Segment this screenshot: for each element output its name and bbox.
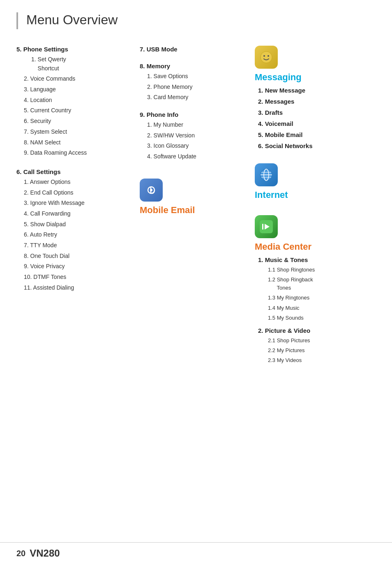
column-3: Messaging 1. New Message 2. Messages 3. … (255, 42, 370, 365)
internet-title: Internet (255, 190, 370, 200)
picture-video-section: 2. Picture & Video 2.1 Shop Pictures 2.2… (255, 327, 370, 365)
list-item: 9. Data Roaming Access (16, 148, 131, 158)
internet-icon (255, 163, 278, 186)
list-item: 7. TTY Mode (16, 240, 131, 251)
list-item: 1.3 My Ringtones (255, 293, 370, 303)
mobile-email-title: Mobile Email (140, 205, 247, 216)
list-item: 11. Assisted Dialing (16, 283, 131, 293)
media-center-icon (255, 215, 278, 238)
list-item: 1.1 Shop Ringtones (255, 265, 370, 275)
list-item: 1.5 My Sounds (255, 313, 370, 323)
email-icon-svg (144, 183, 159, 197)
messaging-title: Messaging (255, 72, 370, 83)
list-item: 3. Drafts (255, 109, 370, 116)
mobile-email-icon (140, 179, 163, 202)
list-item: 6. Security (16, 116, 131, 127)
list-item: 2.3 My Videos (255, 355, 370, 365)
section-usb-mode: 7. USB Mode (140, 42, 247, 54)
list-item: 8. One Touch Dial (16, 251, 131, 262)
list-item: 2.2 My Pictures (255, 346, 370, 355)
list-item: 3. Language (16, 84, 131, 95)
list-item: 1. My Number (140, 120, 247, 130)
list-item: 1. Answer Options (16, 177, 131, 188)
media-center-section: Media Center 1. Music & Tones 1.1 Shop R… (255, 211, 370, 365)
call-settings-header: 6. Call Settings (16, 168, 131, 175)
list-item: 1. New Message (255, 87, 370, 94)
messaging-icon (255, 46, 278, 69)
internet-icon-svg (259, 167, 274, 182)
list-item: 5. Show Dialpad (16, 219, 131, 230)
list-item: 3. Ignore With Message (16, 198, 131, 209)
messaging-icon-svg (259, 50, 274, 65)
list-item: 10. DTMF Tones (16, 272, 131, 283)
list-item: 1.4 My Music (255, 303, 370, 313)
page: Menu Overview 5. Phone Settings 1. Set Q… (0, 0, 392, 564)
usb-mode-header: 7. USB Mode (140, 46, 247, 53)
column-2: 7. USB Mode 8. Memory 1. Save Options 2.… (140, 42, 247, 218)
list-item: 5. Current Country (16, 105, 131, 116)
list-item: 6. Auto Retry (16, 230, 131, 240)
list-item: 2. SW/HW Version (140, 130, 247, 141)
picture-video-header: 2. Picture & Video (255, 327, 370, 334)
phone-settings-header: 5. Phone Settings (16, 46, 131, 53)
list-item: 3. Icon Glossary (140, 141, 247, 151)
list-item: 1. Set Qwerty Shortcut (16, 54, 131, 74)
footer-page-number: 20 (16, 549, 25, 558)
list-item: 2. Phone Memory (140, 82, 247, 93)
section-phone-settings: 5. Phone Settings 1. Set Qwerty Shortcut… (16, 42, 131, 158)
messaging-section: Messaging 1. New Message 2. Messages 3. … (255, 42, 370, 151)
list-item: 3. Card Memory (140, 92, 247, 103)
section-call-settings: 6. Call Settings 1. Answer Options 2. En… (16, 164, 131, 293)
media-icon-svg (259, 219, 274, 234)
section-memory: 8. Memory 1. Save Options 2. Phone Memor… (140, 58, 247, 103)
mobile-email-section: Mobile Email (140, 174, 247, 218)
svg-point-4 (267, 55, 269, 57)
phone-info-header: 9. Phone Info (140, 111, 247, 118)
memory-header: 8. Memory (140, 63, 247, 70)
svg-point-2 (261, 51, 272, 63)
music-tones-section: 1. Music & Tones 1.1 Shop Ringtones 1.2 … (255, 256, 370, 323)
page-title: Menu Overview (16, 12, 376, 29)
list-item: 4. Call Forwarding (16, 209, 131, 219)
footer: 20 VN280 (0, 542, 392, 564)
media-center-title: Media Center (255, 241, 370, 252)
list-item: 2. Messages (255, 98, 370, 105)
list-item: 1. Save Options (140, 71, 247, 82)
list-item: 8. NAM Select (16, 137, 131, 148)
music-tones-header: 1. Music & Tones (255, 256, 370, 263)
svg-rect-12 (262, 224, 263, 230)
list-item: 2.1 Shop Pictures (255, 336, 370, 346)
list-item: 7. System Select (16, 127, 131, 137)
footer-model: VN280 (30, 548, 60, 559)
list-item: 4. Voicemail (255, 120, 370, 127)
content-grid: 5. Phone Settings 1. Set Qwerty Shortcut… (16, 42, 376, 365)
column-1: 5. Phone Settings 1. Set Qwerty Shortcut… (16, 42, 131, 293)
list-item: 4. Location (16, 95, 131, 106)
svg-point-3 (263, 55, 265, 57)
list-item: 1.2 Shop Ringback Tones (255, 275, 370, 293)
list-item: 4. Software Update (140, 151, 247, 162)
list-item: 9. Voice Privacy (16, 261, 131, 272)
list-item: 2. End Call Options (16, 188, 131, 198)
list-item: 2. Voice Commands (16, 74, 131, 84)
section-phone-info: 9. Phone Info 1. My Number 2. SW/HW Vers… (140, 107, 247, 162)
internet-section: Internet (255, 159, 370, 203)
list-item: 6. Social Networks (255, 142, 370, 149)
list-item: 5. Mobile Email (255, 131, 370, 138)
